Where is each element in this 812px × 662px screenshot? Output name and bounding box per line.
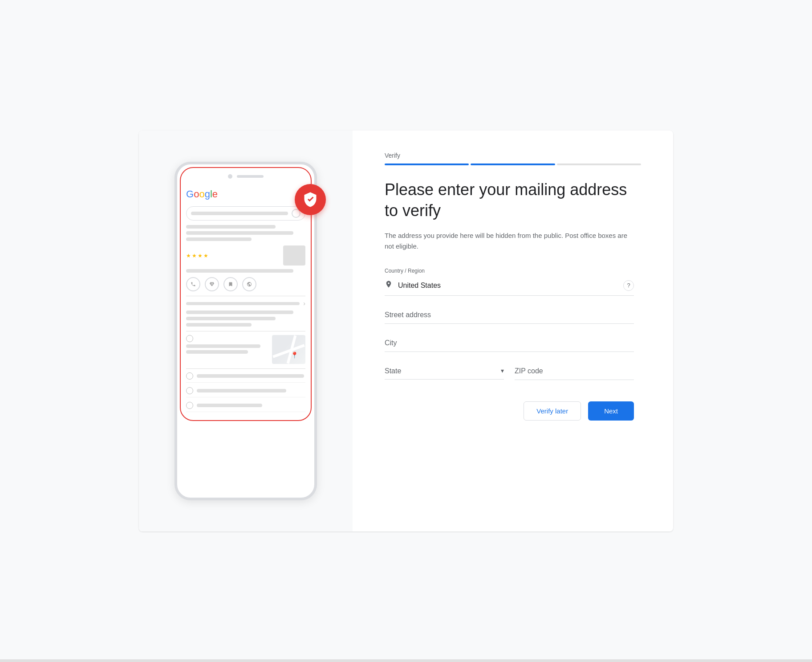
phone-search-bar (186, 206, 305, 221)
step-header: Verify (385, 152, 641, 165)
phone-frame: Google (175, 162, 317, 500)
bookmark-icon-circle (223, 277, 238, 291)
store-icon (283, 245, 305, 266)
help-icon[interactable]: ? (623, 280, 634, 291)
bottom-item-phone (186, 387, 305, 397)
next-button[interactable]: Next (588, 401, 634, 421)
globe-small-icon (247, 282, 252, 287)
map-image: 📍 (272, 335, 305, 364)
diamond-small-icon (209, 282, 215, 287)
city-field-row (385, 335, 634, 352)
bookmark-small-icon (228, 282, 233, 287)
skeleton-lines-3 (186, 311, 305, 327)
street-field-row (385, 306, 634, 324)
google-logo: Google (186, 187, 305, 202)
form-title: Please enter your mailing address to ver… (385, 180, 634, 221)
street-field-group (385, 306, 634, 324)
phone-content: Google (181, 183, 311, 420)
clock-icon-small (186, 372, 193, 380)
phone-camera (228, 174, 232, 179)
country-field-group: Country / Region ? (385, 268, 634, 296)
stars: ★ ★ ★ ★ (186, 253, 208, 259)
phone-icon-circle (186, 277, 200, 291)
phone-top-bar (181, 168, 311, 183)
chevron-right-icon: › (303, 300, 305, 307)
verify-later-button[interactable]: Verify later (524, 401, 581, 421)
city-field-group (385, 335, 634, 352)
globe-bottom-icon (186, 402, 193, 409)
divider-3 (186, 368, 305, 369)
divider-2 (186, 331, 305, 331)
progress-bar (385, 163, 641, 165)
progress-segment-2 (471, 163, 555, 165)
country-field-row: ? (385, 276, 634, 296)
state-field-group: State Alabama Alaska Arizona Arkansas Ca… (385, 363, 504, 380)
phone-small-icon (191, 282, 196, 287)
divider-1 (186, 296, 305, 296)
globe-icon-circle (242, 277, 256, 291)
phone-wrapper: Google (175, 162, 317, 500)
diamond-icon-circle (205, 277, 219, 291)
shield-badge (295, 184, 326, 215)
map-pin-icon: 📍 (291, 351, 298, 359)
location-pin-icon (385, 280, 393, 290)
shield-icon (302, 192, 318, 208)
left-panel: Google (139, 131, 353, 531)
step-label: Verify (385, 152, 641, 159)
state-dropdown-arrow-icon: ▾ (501, 367, 504, 374)
skeleton-lines-2 (186, 269, 305, 273)
phone-speaker (237, 175, 264, 178)
country-input[interactable] (398, 282, 620, 290)
street-input[interactable] (385, 311, 634, 319)
action-row: Verify later Next (385, 401, 634, 421)
bottom-item-clock (186, 372, 305, 383)
phone-icon-row (186, 277, 305, 291)
bottom-bar (0, 659, 812, 662)
list-item-1: › (186, 300, 305, 307)
stars-row: ★ ★ ★ ★ (186, 245, 305, 266)
form-section: Country / Region ? (385, 268, 634, 421)
phone-inner: Google (180, 167, 312, 421)
main-container: Google (139, 131, 673, 531)
state-select[interactable]: State Alabama Alaska Arizona Arkansas Ca… (385, 367, 501, 375)
map-section: 📍 (186, 335, 305, 364)
state-zip-row: State Alabama Alaska Arizona Arkansas Ca… (385, 363, 634, 380)
bottom-item-globe (186, 402, 305, 412)
skeleton-lines-top (186, 225, 305, 241)
progress-segment-1 (385, 163, 469, 165)
zip-input[interactable] (515, 367, 634, 375)
progress-segment-3 (557, 163, 641, 165)
state-select-wrapper: State Alabama Alaska Arizona Arkansas Ca… (385, 363, 504, 380)
location-icon-small (186, 335, 193, 342)
phone-bottom-icon (186, 387, 193, 394)
city-input[interactable] (385, 339, 634, 347)
zip-field-row (515, 363, 634, 380)
search-bar-line (191, 212, 288, 215)
map-left (186, 335, 268, 364)
form-description: The address you provide here will be hid… (385, 230, 634, 252)
right-panel: Verify Please enter your mailing address… (353, 131, 673, 531)
country-label: Country / Region (385, 268, 634, 274)
zip-field-group (515, 363, 634, 380)
